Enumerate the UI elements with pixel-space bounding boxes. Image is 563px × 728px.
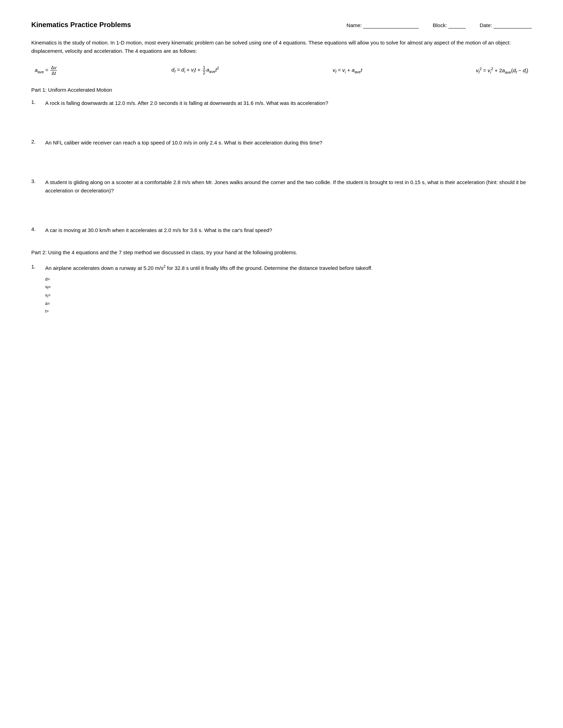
part1-title: Part 1: Uniform Accelerated Motion [31, 87, 532, 93]
equation-1: aave = Δv Δt [35, 65, 58, 76]
part2-problem-1-number: 1. [31, 264, 41, 270]
problem-4-text: A car is moving at 30.0 km/h when it acc… [45, 226, 532, 234]
name-input-line [363, 22, 419, 28]
part1-problems: 1. A rock is falling downwards at 12.0 m… [31, 99, 532, 234]
block-input-line [448, 22, 466, 28]
page-header: Kinematics Practice Problems Name: Block… [31, 21, 532, 29]
problem-3-number: 3. [31, 178, 41, 184]
block-label: Block: [433, 22, 447, 28]
intro-text: Kinematics is the study of motion. In 1-… [31, 39, 532, 55]
problem-2-text: An NFL caliber wide receiver can reach a… [45, 139, 532, 147]
problem-3-text: A student is gliding along on a scooter … [45, 178, 532, 195]
problem-1: 1. A rock is falling downwards at 12.0 m… [31, 99, 532, 107]
problem-1-text: A rock is falling downwards at 12.0 m/s.… [45, 99, 532, 107]
part2-intro: Part 2: Using the 4 equations and the 7 … [31, 248, 532, 257]
date-input-line [493, 22, 532, 28]
name-field: Name: [346, 22, 419, 28]
part2-problem-1-text: An airplane accelerates down a runway at… [45, 264, 532, 272]
given-vf: vf= [45, 283, 532, 292]
given-variables: d= vf= vi= a= t= [45, 276, 532, 315]
date-field: Date: [480, 22, 532, 28]
given-d: d= [45, 276, 532, 283]
problem-1-number: 1. [31, 99, 41, 105]
name-label: Name: [346, 22, 362, 28]
header-fields: Name: Block: Date: [346, 22, 532, 28]
part2-problem-1: 1. An airplane accelerates down a runway… [31, 264, 532, 272]
problem-4-number: 4. [31, 226, 41, 232]
problem-2-number: 2. [31, 139, 41, 144]
equation-2: df = di + vit + 12aavet2 [171, 65, 219, 75]
equations-row: aave = Δv Δt df = di + vit + 12aavet2 vf… [31, 65, 532, 76]
block-field: Block: [433, 22, 466, 28]
given-a: a= [45, 300, 532, 308]
problem-3: 3. A student is gliding along on a scoot… [31, 178, 532, 195]
date-label: Date: [480, 22, 492, 28]
equation-3: vf = vi + aavet [333, 67, 362, 74]
problem-4: 4. A car is moving at 30.0 km/h when it … [31, 226, 532, 234]
problem-2: 2. An NFL caliber wide receiver can reac… [31, 139, 532, 147]
equation-4: vf2 = vi2 + 2aave(df − di) [476, 67, 528, 74]
page-title: Kinematics Practice Problems [31, 21, 131, 29]
given-t: t= [45, 308, 532, 315]
given-vi: vi= [45, 292, 532, 300]
